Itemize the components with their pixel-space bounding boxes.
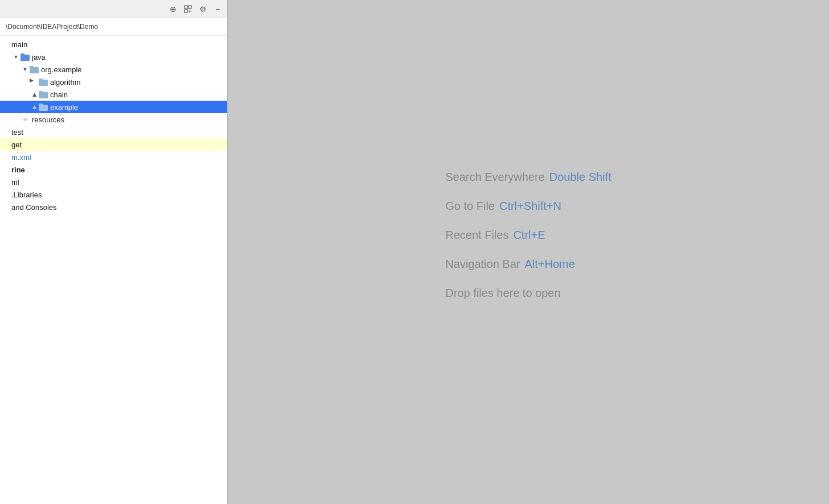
panel-toolbar: ⊕ ⚙ − xyxy=(0,0,227,18)
tree-label-consoles: and Consoles xyxy=(11,203,227,212)
tree-item-org-example[interactable]: ▼ org.example xyxy=(0,63,227,76)
hint-label-goto: Go to File xyxy=(445,200,495,213)
tree-label-rine: rine xyxy=(11,166,227,174)
tree-arrow-chain: ▶ xyxy=(30,90,39,99)
tree-label-ml: ml xyxy=(11,178,227,187)
hint-drop-files: Drop files here to open xyxy=(445,287,612,300)
project-tree: ▶ main ▼ java ▼ org.example xyxy=(0,36,227,504)
folder-icon-java xyxy=(20,52,30,61)
add-content-icon[interactable]: ⊕ xyxy=(167,3,179,15)
tree-item-main[interactable]: ▶ main xyxy=(0,38,227,51)
svg-rect-10 xyxy=(39,79,43,81)
editor-area: Search Everywhere Double Shift Go to Fil… xyxy=(228,0,829,504)
tree-item-get[interactable]: ▶ get xyxy=(0,138,227,151)
tree-item-rine[interactable]: ▶ rine xyxy=(0,163,227,176)
hint-shortcut-recent: Ctrl+E xyxy=(513,229,545,242)
tree-label-resources: resources xyxy=(32,115,227,124)
tree-label-mxml: m.xml xyxy=(11,153,227,162)
hint-goto-file: Go to File Ctrl+Shift+N xyxy=(445,200,612,213)
hint-shortcut-nav: Alt+Home xyxy=(524,258,574,271)
tree-item-consoles[interactable]: ▶ and Consoles xyxy=(0,201,227,213)
tree-item-libraries[interactable]: ▶ .Libraries xyxy=(0,188,227,201)
hint-search-everywhere: Search Everywhere Double Shift xyxy=(445,171,612,184)
tree-arrow-algorithm: ▶ xyxy=(30,77,39,86)
project-path: \Document\IDEAProject\Demo xyxy=(0,18,227,36)
hint-navigation-bar: Navigation Bar Alt+Home xyxy=(445,258,612,271)
tree-label-main: main xyxy=(11,40,227,49)
tree-label-chain: chain xyxy=(50,90,227,99)
tree-arrow-example: ▶ xyxy=(30,102,39,111)
hint-shortcut-goto: Ctrl+Shift+N xyxy=(499,200,561,213)
tree-item-algorithm[interactable]: ▶ algorithm xyxy=(0,76,227,88)
tree-item-ml[interactable]: ▶ ml xyxy=(0,176,227,188)
folder-icon-algorithm xyxy=(39,77,48,86)
collapse-all-icon[interactable] xyxy=(182,3,194,15)
tree-item-mxml[interactable]: ▶ m.xml xyxy=(0,151,227,163)
hint-shortcut-search: Double Shift xyxy=(549,171,612,184)
svg-rect-6 xyxy=(20,53,24,56)
svg-rect-0 xyxy=(184,6,187,9)
tree-arrow-org-example: ▼ xyxy=(20,65,30,74)
minimize-icon[interactable]: − xyxy=(211,3,224,15)
folder-icon-org-example xyxy=(30,65,39,74)
tree-arrow-java: ▼ xyxy=(11,52,20,61)
tree-label-libraries: .Libraries xyxy=(11,191,227,199)
svg-rect-12 xyxy=(39,91,43,93)
folder-icon-example xyxy=(39,102,48,111)
hint-recent-files: Recent Files Ctrl+E xyxy=(445,229,612,242)
tree-label-get: get xyxy=(11,141,227,149)
project-panel: ⊕ ⚙ − \Document\IDEAProject\Demo ▶ main … xyxy=(0,0,228,504)
tree-item-resources[interactable]: ▶ ≡ resources xyxy=(0,113,227,126)
hint-label-search: Search Everywhere xyxy=(445,171,545,184)
tree-item-chain[interactable]: ▶ chain xyxy=(0,88,227,101)
svg-rect-14 xyxy=(39,104,43,106)
tree-label-org-example: org.example xyxy=(41,65,227,74)
tree-label-test: test xyxy=(11,128,227,137)
resources-icon: ≡ xyxy=(20,115,30,124)
hints-container: Search Everywhere Double Shift Go to Fil… xyxy=(445,171,612,300)
tree-label-java: java xyxy=(32,53,227,61)
svg-rect-8 xyxy=(30,66,34,68)
svg-rect-1 xyxy=(188,6,191,9)
tree-label-algorithm: algorithm xyxy=(50,78,227,86)
hint-label-recent: Recent Files xyxy=(445,229,508,242)
svg-rect-2 xyxy=(184,10,187,13)
tree-label-example: example xyxy=(50,103,227,111)
hint-label-drop: Drop files here to open xyxy=(445,287,560,300)
tree-item-example[interactable]: ▶ example xyxy=(0,101,227,113)
folder-icon-chain xyxy=(39,90,48,99)
settings-icon[interactable]: ⚙ xyxy=(196,3,209,15)
tree-item-java[interactable]: ▼ java xyxy=(0,51,227,63)
tree-item-test[interactable]: ▶ test xyxy=(0,126,227,138)
hint-label-nav: Navigation Bar xyxy=(445,258,520,271)
